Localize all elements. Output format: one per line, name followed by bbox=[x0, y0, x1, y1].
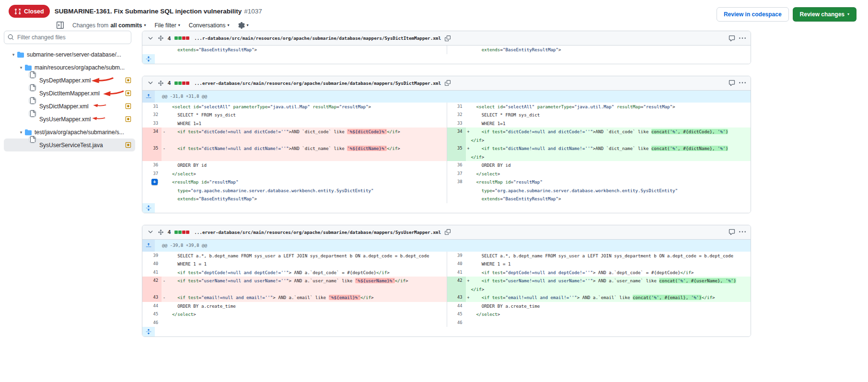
tree-folder-main-resources-org-apache-subm[interactable]: ▾main/resources/org/apache/subm... bbox=[4, 61, 135, 74]
review-changes-button[interactable]: Review changes ▾ bbox=[793, 7, 856, 22]
diff-code-new: SELECT a.*, b.dept_name FROM sys_user a … bbox=[466, 252, 751, 260]
tree-file-sysusermapper-xml[interactable]: SysUserMapper.xml bbox=[4, 113, 135, 126]
old-line-number[interactable]: 34 bbox=[142, 127, 162, 144]
old-line-number[interactable]: 36 bbox=[142, 161, 162, 170]
drag-handle-icon[interactable] bbox=[158, 229, 164, 235]
old-line-number[interactable]: 42 bbox=[142, 277, 162, 293]
new-line-number[interactable]: 31 bbox=[447, 103, 466, 111]
tree-file-sysdeptmapper-xml[interactable]: SysDeptMapper.xml bbox=[4, 74, 135, 87]
new-line-number[interactable]: 34 bbox=[447, 127, 466, 144]
diffstat-blocks bbox=[174, 231, 189, 234]
old-line-number[interactable]: 40 bbox=[142, 260, 162, 268]
diff-code-old bbox=[162, 319, 447, 327]
new-line-number[interactable]: 42 bbox=[447, 277, 466, 293]
old-line-number[interactable]: 31 bbox=[142, 103, 162, 111]
file-path: ...erver-database/src/main/resources/org… bbox=[194, 230, 441, 235]
file-path: ...erver-database/src/main/resources/org… bbox=[194, 81, 441, 86]
diff-row: 4646 bbox=[142, 319, 751, 327]
old-line-number[interactable]: 45 bbox=[142, 310, 162, 319]
expand-diff-button[interactable] bbox=[142, 327, 155, 336]
expand-diff-button[interactable] bbox=[142, 203, 155, 213]
file-kebab-menu-button[interactable] bbox=[739, 35, 746, 42]
filter-changed-files-input[interactable] bbox=[4, 31, 131, 44]
new-line-number[interactable]: 39 bbox=[447, 252, 466, 260]
old-line-number[interactable]: 44 bbox=[142, 302, 162, 311]
diff-row: 43- <if test="email!=null and email!=''"… bbox=[142, 293, 751, 302]
diff-file-header: 4...erver-database/src/main/resources/or… bbox=[142, 225, 751, 240]
collapse-file-button[interactable] bbox=[147, 80, 154, 86]
old-line-number[interactable]: 46 bbox=[142, 319, 162, 327]
old-line-number[interactable]: 41 bbox=[142, 268, 162, 277]
expand-up-button[interactable] bbox=[142, 240, 155, 252]
file-kebab-menu-button[interactable] bbox=[739, 80, 746, 86]
diff-code-new: + <if test="dictName!=null and dictName!… bbox=[466, 144, 751, 161]
new-line-number[interactable]: 44 bbox=[447, 302, 466, 311]
add-line-comment-button[interactable]: + bbox=[151, 179, 158, 185]
collapse-file-button[interactable] bbox=[147, 35, 154, 42]
diff-file-sysdictitemmapper-xml: 4...r-database/src/main/resources/org/ap… bbox=[142, 31, 751, 64]
old-line-number[interactable]: 35 bbox=[142, 144, 162, 161]
new-line-number[interactable]: 43 bbox=[447, 293, 466, 302]
diff-table: @@ -31,8 +31,8 @@31 <select id="selectAl… bbox=[142, 91, 751, 213]
copy-path-button[interactable] bbox=[445, 35, 451, 41]
old-line-number[interactable] bbox=[142, 46, 162, 54]
drag-handle-icon[interactable] bbox=[158, 35, 164, 41]
hunk-header: @@ -31,8 +31,8 @@ bbox=[155, 91, 207, 103]
hunk-row: @@ -39,8 +39,8 @@ bbox=[142, 240, 751, 252]
new-line-number[interactable]: 40 bbox=[447, 260, 466, 268]
expand-diff-button[interactable] bbox=[142, 54, 155, 64]
diff-code-new: WHERE 1=1 bbox=[466, 119, 751, 128]
diff-code-old: - <if test="userName!=null and userName!… bbox=[162, 277, 447, 293]
expand-up-button[interactable] bbox=[142, 91, 155, 103]
old-line-number[interactable]: 37 bbox=[142, 170, 162, 178]
old-line-number[interactable]: 39 bbox=[142, 252, 162, 260]
diff-code-old: WHERE 1=1 bbox=[162, 119, 447, 128]
diff-code-new: </select> bbox=[466, 170, 751, 178]
diff-code-new: ORDER BY a.create_time bbox=[466, 302, 751, 311]
collapse-file-button[interactable] bbox=[147, 229, 154, 235]
tree-file-sysdictitemmapper-xml[interactable]: SysDictItemMapper.xml bbox=[4, 87, 135, 100]
new-line-number[interactable]: 32 bbox=[447, 111, 466, 119]
diff-code-new: extends="BaseEntityResultMap"> bbox=[466, 46, 751, 54]
tree-item-label: test/java/org/apache/submarine/s... bbox=[35, 129, 124, 136]
tree-folder-submarine-server-server-database[interactable]: ▾submarine-server/server-database/... bbox=[4, 48, 135, 61]
review-in-codespace-button[interactable]: Review in codespace bbox=[717, 7, 789, 22]
old-line-number[interactable]: 32 bbox=[142, 111, 162, 119]
new-line-number[interactable]: 38 bbox=[447, 178, 466, 203]
drag-handle-icon[interactable] bbox=[158, 80, 164, 86]
tree-item-label: main/resources/org/apache/subm... bbox=[35, 64, 125, 71]
diff-code-old: extends="BaseEntityResultMap"> bbox=[162, 46, 447, 54]
file-comment-button[interactable] bbox=[729, 35, 735, 42]
new-line-number[interactable]: 41 bbox=[447, 268, 466, 277]
old-line-number[interactable]: 43 bbox=[142, 293, 162, 302]
folder-icon bbox=[17, 51, 24, 58]
copy-path-button[interactable] bbox=[445, 80, 451, 86]
new-line-number[interactable] bbox=[447, 46, 466, 54]
diff-row: 34- <if test="dictCode!=null and dictCod… bbox=[142, 127, 751, 144]
diff-file-header: 4...r-database/src/main/resources/org/ap… bbox=[142, 31, 751, 46]
tree-file-sysuserservicetest-java[interactable]: SysUserServiceTest.java bbox=[4, 139, 135, 151]
new-line-number[interactable]: 45 bbox=[447, 310, 466, 319]
old-line-number[interactable]: 33 bbox=[142, 119, 162, 128]
unfold-icon bbox=[146, 205, 151, 211]
tree-item-label: SysDictMapper.xml bbox=[39, 103, 89, 110]
file-comment-button[interactable] bbox=[729, 80, 735, 86]
new-line-number[interactable]: 37 bbox=[447, 170, 466, 178]
new-line-number[interactable]: 35 bbox=[447, 144, 466, 161]
tree-file-sysdictmapper-xml[interactable]: SysDictMapper.xml bbox=[4, 100, 135, 113]
tree-folder-test-java-org-apache-submarine-s[interactable]: ▾test/java/org/apache/submarine/s... bbox=[4, 126, 135, 139]
diff-row: 41 <if test="deptCode!=null and deptCode… bbox=[142, 268, 751, 277]
folder-icon bbox=[25, 129, 32, 136]
new-line-number[interactable]: 46 bbox=[447, 319, 466, 327]
new-line-number[interactable]: 33 bbox=[447, 119, 466, 128]
diff-code-new: <if test="deptCode!=null and deptCode!='… bbox=[466, 268, 751, 277]
copy-path-button[interactable] bbox=[445, 229, 451, 235]
unfold-icon bbox=[146, 56, 151, 62]
old-line-number[interactable]: +38 bbox=[142, 178, 162, 203]
file-comment-button[interactable] bbox=[729, 229, 735, 235]
diff-row: 37 </select>37 </select> bbox=[142, 170, 751, 178]
file-kebab-menu-button[interactable] bbox=[739, 229, 746, 235]
new-line-number[interactable]: 36 bbox=[447, 161, 466, 170]
modified-file-icon bbox=[125, 103, 131, 109]
diff-code-old: <resultMap id="resultMap" type="org.apac… bbox=[162, 178, 447, 203]
